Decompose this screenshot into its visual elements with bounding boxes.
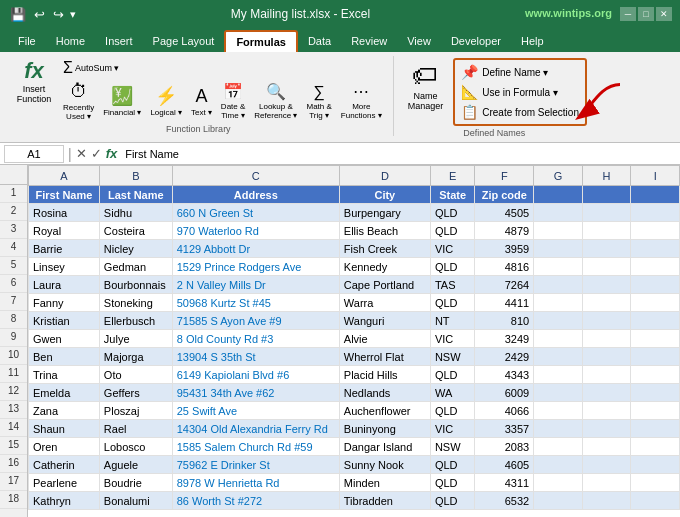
cell-i5[interactable] (631, 258, 680, 276)
col-header-d[interactable]: D (339, 166, 430, 186)
cell-f17[interactable]: 4311 (475, 474, 534, 492)
cell-b18[interactable]: Bonalumi (99, 492, 172, 510)
cell-b4[interactable]: Nicley (99, 240, 172, 258)
cell-g17[interactable] (534, 474, 583, 492)
cell-d2[interactable]: Burpengary (339, 204, 430, 222)
cell-f4[interactable]: 3959 (475, 240, 534, 258)
cell-g10[interactable] (534, 348, 583, 366)
cell-d13[interactable]: Auchenflower (339, 402, 430, 420)
cell-e1[interactable]: State (430, 186, 475, 204)
cell-g18[interactable] (534, 492, 583, 510)
cell-h5[interactable] (582, 258, 631, 276)
cell-h15[interactable] (582, 438, 631, 456)
cell-i3[interactable] (631, 222, 680, 240)
cell-a2[interactable]: Rosina (29, 204, 100, 222)
cell-f1[interactable]: Zip code (475, 186, 534, 204)
close-button[interactable]: ✕ (656, 7, 672, 21)
tab-data[interactable]: Data (298, 30, 341, 52)
cell-c8[interactable]: 71585 S Ayon Ave #9 (172, 312, 339, 330)
cell-e11[interactable]: QLD (430, 366, 475, 384)
cell-c4[interactable]: 4129 Abbott Dr (172, 240, 339, 258)
cell-d6[interactable]: Cape Portland (339, 276, 430, 294)
col-header-b[interactable]: B (99, 166, 172, 186)
tab-developer[interactable]: Developer (441, 30, 511, 52)
cell-d15[interactable]: Dangar Island (339, 438, 430, 456)
col-header-a[interactable]: A (29, 166, 100, 186)
cell-h13[interactable] (582, 402, 631, 420)
cell-g7[interactable] (534, 294, 583, 312)
col-header-g[interactable]: G (534, 166, 583, 186)
cell-e12[interactable]: WA (430, 384, 475, 402)
cell-d10[interactable]: Wherrol Flat (339, 348, 430, 366)
cell-a14[interactable]: Shaun (29, 420, 100, 438)
cell-e17[interactable]: QLD (430, 474, 475, 492)
cell-h3[interactable] (582, 222, 631, 240)
cell-g6[interactable] (534, 276, 583, 294)
cell-d4[interactable]: Fish Creek (339, 240, 430, 258)
cell-d3[interactable]: Ellis Beach (339, 222, 430, 240)
cell-d7[interactable]: Warra (339, 294, 430, 312)
cell-e7[interactable]: QLD (430, 294, 475, 312)
cell-c3[interactable]: 970 Waterloo Rd (172, 222, 339, 240)
cell-c16[interactable]: 75962 E Drinker St (172, 456, 339, 474)
minimize-button[interactable]: ─ (620, 7, 636, 21)
cell-b6[interactable]: Bourbonnais (99, 276, 172, 294)
cell-h2[interactable] (582, 204, 631, 222)
cell-h18[interactable] (582, 492, 631, 510)
cell-h8[interactable] (582, 312, 631, 330)
col-header-h[interactable]: H (582, 166, 631, 186)
cell-d1[interactable]: City (339, 186, 430, 204)
tab-help[interactable]: Help (511, 30, 554, 52)
tab-formulas[interactable]: Formulas (224, 30, 298, 52)
cell-f15[interactable]: 2083 (475, 438, 534, 456)
cell-g3[interactable] (534, 222, 583, 240)
cell-b3[interactable]: Costeira (99, 222, 172, 240)
insert-function-button[interactable]: fx InsertFunction (12, 58, 56, 106)
cell-c13[interactable]: 25 Swift Ave (172, 402, 339, 420)
formula-input[interactable]: First Name (121, 148, 676, 160)
cell-b16[interactable]: Aguele (99, 456, 172, 474)
cell-b5[interactable]: Gedman (99, 258, 172, 276)
cell-h7[interactable] (582, 294, 631, 312)
cell-g9[interactable] (534, 330, 583, 348)
undo-button[interactable]: ↩ (32, 5, 47, 24)
use-in-formula-button[interactable]: 📐 Use in Formula ▾ (457, 82, 562, 102)
cell-b11[interactable]: Oto (99, 366, 172, 384)
cell-f7[interactable]: 4411 (475, 294, 534, 312)
cell-d18[interactable]: Tibradden (339, 492, 430, 510)
cell-i16[interactable] (631, 456, 680, 474)
cell-g12[interactable] (534, 384, 583, 402)
cell-f10[interactable]: 2429 (475, 348, 534, 366)
cell-i1[interactable] (631, 186, 680, 204)
cancel-icon[interactable]: ✕ (76, 146, 87, 161)
cell-d14[interactable]: Buninyong (339, 420, 430, 438)
cell-g11[interactable] (534, 366, 583, 384)
cell-h16[interactable] (582, 456, 631, 474)
cell-e14[interactable]: VIC (430, 420, 475, 438)
confirm-icon[interactable]: ✓ (91, 146, 102, 161)
cell-e13[interactable]: QLD (430, 402, 475, 420)
cell-e10[interactable]: NSW (430, 348, 475, 366)
title-dropdown[interactable]: ▾ (70, 8, 76, 21)
cell-e5[interactable]: QLD (430, 258, 475, 276)
cell-g13[interactable] (534, 402, 583, 420)
cell-i10[interactable] (631, 348, 680, 366)
cell-f13[interactable]: 4066 (475, 402, 534, 420)
cell-e2[interactable]: QLD (430, 204, 475, 222)
cell-f12[interactable]: 6009 (475, 384, 534, 402)
cell-b10[interactable]: Majorga (99, 348, 172, 366)
cell-b13[interactable]: Ploszaj (99, 402, 172, 420)
date-time-button[interactable]: 📅 Date &Time ▾ (218, 81, 248, 121)
cell-h10[interactable] (582, 348, 631, 366)
tab-insert[interactable]: Insert (95, 30, 143, 52)
cell-g4[interactable] (534, 240, 583, 258)
cell-f9[interactable]: 3249 (475, 330, 534, 348)
cell-i8[interactable] (631, 312, 680, 330)
more-functions-button[interactable]: ⋯ MoreFunctions ▾ (338, 81, 385, 121)
cell-a18[interactable]: Kathryn (29, 492, 100, 510)
cell-e8[interactable]: NT (430, 312, 475, 330)
cell-g5[interactable] (534, 258, 583, 276)
create-from-selection-button[interactable]: 📋 Create from Selection (457, 102, 583, 122)
cell-c14[interactable]: 14304 Old Alexandria Ferry Rd (172, 420, 339, 438)
cell-b15[interactable]: Lobosco (99, 438, 172, 456)
